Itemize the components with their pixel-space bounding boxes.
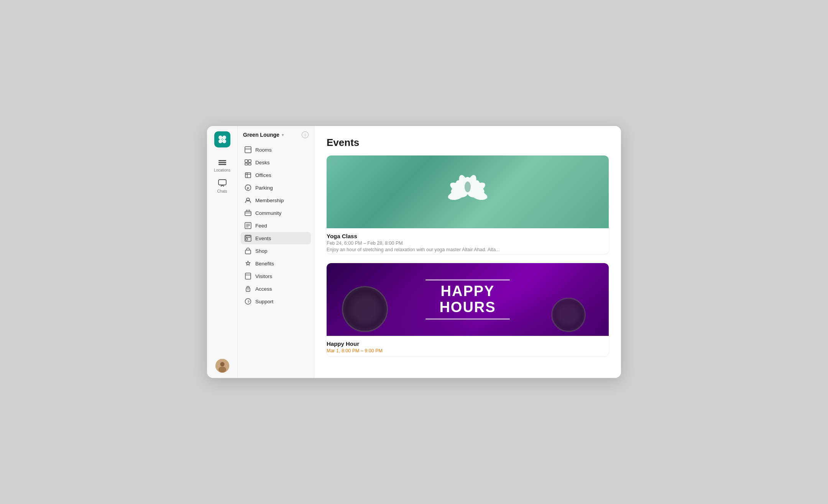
svg-rect-33 — [246, 236, 250, 237]
svg-point-14 — [220, 362, 224, 366]
happy-hours-title: HAPPYHOURS — [426, 283, 510, 316]
app-window: Locations Chats Green Loung — [207, 126, 621, 378]
nav-label-rooms: Rooms — [255, 147, 272, 153]
page-title: Events — [327, 137, 609, 149]
svg-text:P: P — [247, 187, 249, 190]
svg-rect-34 — [246, 238, 248, 240]
nav-label-desks: Desks — [255, 160, 270, 165]
sidebar-header: Green Lounge ▾ i — [238, 131, 314, 144]
user-avatar[interactable] — [215, 359, 229, 373]
event-date: Mar 1, 8:00 PM – 9:00 PM — [327, 348, 609, 353]
sidebar: Green Lounge ▾ i Rooms Desks Offices P P… — [238, 126, 314, 378]
event-info: Happy Hour Mar 1, 8:00 PM – 9:00 PM — [327, 336, 609, 356]
info-symbol: i — [305, 133, 306, 137]
support-icon: ? — [245, 298, 251, 305]
chats-label: Chats — [217, 189, 227, 193]
nav-item-benefits[interactable]: Benefits — [241, 257, 311, 270]
event-info: Yoga Class Feb 24, 6:00 PM – Feb 28, 8:0… — [327, 228, 609, 254]
event-name: Happy Hour — [327, 340, 609, 347]
svg-text:?: ? — [248, 300, 250, 304]
feed-icon — [245, 222, 251, 229]
rooms-icon — [245, 146, 251, 153]
chevron-down-icon: ▾ — [282, 133, 284, 137]
nav-item-desks[interactable]: Desks — [241, 156, 311, 169]
nav-label-events: Events — [255, 236, 271, 241]
chats-icon — [218, 178, 227, 188]
event-name: Yoga Class — [327, 233, 609, 239]
nav-label-shop: Shop — [255, 248, 268, 254]
nav-label-membership: Membership — [255, 198, 284, 203]
sidebar-title: Green Lounge — [243, 132, 279, 138]
info-icon[interactable]: i — [302, 131, 309, 138]
locations-icon — [218, 157, 227, 167]
svg-rect-21 — [245, 173, 251, 178]
nav-item-visitors[interactable]: Visitors — [241, 270, 311, 282]
rail-item-chats[interactable]: Chats — [207, 175, 237, 196]
event-card-happy-hour[interactable]: HAPPYHOURS Happy Hour Mar 1, 8:00 PM – 9… — [327, 263, 609, 356]
svg-point-55 — [465, 182, 471, 192]
svg-rect-27 — [245, 211, 251, 216]
nav-label-offices: Offices — [255, 172, 271, 178]
nav-item-shop[interactable]: Shop — [241, 245, 311, 257]
nav-label-visitors: Visitors — [255, 273, 272, 279]
events-icon — [245, 235, 251, 242]
nav-label-community: Community — [255, 210, 281, 216]
desks-icon — [245, 159, 251, 166]
membership-icon — [245, 197, 251, 204]
svg-rect-15 — [245, 147, 251, 153]
access-icon — [245, 285, 251, 292]
nav-list: Rooms Desks Offices P Parking Membership… — [238, 144, 314, 378]
nav-item-events[interactable]: Events — [241, 232, 311, 244]
community-icon — [245, 209, 251, 216]
offices-icon — [245, 172, 251, 178]
svg-rect-17 — [245, 160, 248, 162]
main-content: Events — [314, 126, 621, 378]
nav-label-access: Access — [255, 286, 272, 292]
event-date: Feb 24, 6:00 PM – Feb 28, 8:00 PM — [327, 241, 609, 246]
icon-rail: Locations Chats — [207, 126, 238, 378]
nav-label-benefits: Benefits — [255, 261, 274, 267]
nav-label-parking: Parking — [255, 185, 273, 191]
nav-item-feed[interactable]: Feed — [241, 219, 311, 232]
locations-label: Locations — [214, 168, 230, 172]
nav-label-support: Support — [255, 299, 273, 304]
svg-rect-36 — [245, 273, 251, 279]
svg-rect-35 — [245, 250, 251, 254]
svg-rect-10 — [219, 180, 226, 185]
event-card-yoga[interactable]: Yoga Class Feb 24, 6:00 PM – Feb 28, 8:0… — [327, 155, 609, 254]
app-logo[interactable] — [214, 131, 230, 147]
nav-label-feed: Feed — [255, 223, 267, 229]
nav-item-membership[interactable]: Membership — [241, 194, 311, 206]
nav-item-offices[interactable]: Offices — [241, 169, 311, 181]
nav-item-support[interactable]: ? Support — [241, 295, 311, 308]
svg-rect-7 — [219, 160, 226, 161]
svg-rect-20 — [248, 163, 251, 165]
rail-item-locations[interactable]: Locations — [207, 154, 237, 175]
svg-rect-18 — [248, 160, 251, 162]
event-image-yoga — [327, 155, 609, 228]
svg-rect-9 — [219, 164, 226, 165]
svg-rect-19 — [245, 163, 248, 165]
visitors-icon — [245, 273, 251, 280]
benefits-icon — [245, 260, 251, 267]
location-selector[interactable]: Green Lounge ▾ — [243, 132, 284, 138]
svg-point-39 — [248, 289, 248, 290]
nav-item-access[interactable]: Access — [241, 283, 311, 295]
shop-icon — [245, 247, 251, 254]
svg-point-13 — [219, 367, 226, 373]
nav-item-parking[interactable]: P Parking — [241, 182, 311, 194]
nav-item-community[interactable]: Community — [241, 207, 311, 219]
events-list: Yoga Class Feb 24, 6:00 PM – Feb 28, 8:0… — [314, 155, 621, 378]
event-desc: Enjoy an hour of stretching and relaxati… — [327, 247, 609, 252]
svg-rect-8 — [219, 162, 226, 163]
nav-item-rooms[interactable]: Rooms — [241, 144, 311, 156]
page-header: Events — [314, 126, 621, 155]
parking-icon: P — [245, 184, 251, 191]
event-image-happy-hours: HAPPYHOURS — [327, 263, 609, 336]
